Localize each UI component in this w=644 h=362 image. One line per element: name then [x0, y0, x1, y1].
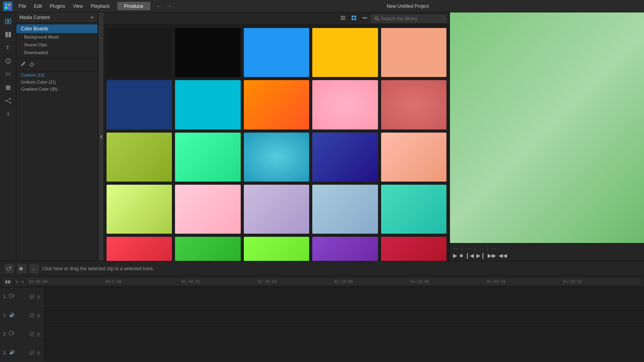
media-tree: Color Boards Background Music Sound Clip…	[16, 23, 98, 58]
menu-playback[interactable]: Playback	[88, 2, 113, 10]
media-icon[interactable]	[2, 16, 14, 27]
track-lock-0[interactable]	[36, 294, 41, 299]
track-lock-2[interactable]	[36, 331, 41, 337]
subcat-gradient[interactable]: Gradient Color (30)	[16, 86, 98, 93]
play-button[interactable]: ▶	[453, 252, 457, 259]
timeline-insert-btn[interactable]	[3, 277, 12, 287]
transitions-icon[interactable]	[2, 29, 14, 40]
color-tile-t21[interactable]	[107, 237, 172, 261]
track-number-3: 2.	[3, 350, 7, 355]
svg-rect-2	[5, 7, 7, 9]
menu-file[interactable]: File	[16, 2, 29, 10]
color-tile-t7[interactable]	[175, 80, 240, 129]
track-lock-3[interactable]	[36, 350, 41, 355]
svg-point-33	[362, 17, 364, 19]
fast-rewind-button[interactable]: ◀◀	[499, 252, 507, 259]
track-content-3[interactable]	[45, 343, 644, 362]
track-lock-1[interactable]	[36, 313, 41, 318]
playback-buttons: ▶ ■ ❙◀ ▶❙ ▶▶ ◀◀	[453, 252, 641, 259]
track-content-0[interactable]	[45, 287, 644, 306]
color-tile-t16[interactable]	[107, 185, 172, 234]
next-frame-button[interactable]: ▶❙	[476, 252, 485, 259]
produce-button[interactable]: Produce	[117, 2, 150, 10]
color-tile-t8[interactable]	[244, 80, 309, 129]
ruler-mark: 03:20:06	[334, 280, 410, 284]
menu-plugins[interactable]: Plugins	[47, 2, 68, 10]
track-checkbox-1[interactable]	[29, 313, 35, 318]
svg-rect-3	[8, 7, 10, 9]
svg-point-34	[364, 17, 366, 19]
track-label-0: 1.	[0, 287, 45, 306]
subcat-custom[interactable]: Custom (15)	[16, 72, 98, 79]
more-icon[interactable]	[2, 108, 14, 120]
track-content-1[interactable]	[45, 306, 644, 324]
color-tile-t20[interactable]	[381, 185, 446, 234]
color-tile-t5[interactable]	[381, 28, 446, 77]
category-icons	[16, 58, 98, 72]
timeline-fit-btn[interactable]: ◾◾	[14, 279, 26, 285]
search-box	[371, 15, 446, 23]
svg-rect-46	[37, 297, 40, 299]
brush-icon[interactable]	[19, 61, 26, 69]
redo-button[interactable]: →	[165, 2, 173, 10]
track-checkbox-3[interactable]	[29, 350, 35, 355]
audio-tool[interactable]: ♪	[30, 264, 39, 273]
collapse-panel-button[interactable]	[98, 12, 103, 261]
tree-item-background-music[interactable]: Background Music	[16, 33, 98, 41]
menu-view[interactable]: View	[70, 2, 86, 10]
track-content-2[interactable]	[45, 325, 644, 343]
color-tile-t6[interactable]	[107, 80, 172, 129]
search-input[interactable]	[381, 16, 443, 21]
svg-rect-53	[37, 334, 40, 336]
grid-view-button[interactable]	[349, 14, 359, 23]
color-tile-t4[interactable]	[312, 28, 378, 77]
subcat-uniform[interactable]: Uniform Color (21)	[16, 79, 98, 86]
project-title: New Untitled Project	[175, 3, 641, 9]
svg-point-20	[7, 112, 9, 113]
tree-item-downloaded[interactable]: Downloaded	[16, 49, 98, 56]
color-tile-t24[interactable]	[312, 237, 378, 261]
menu-edit[interactable]: Edit	[31, 2, 45, 10]
color-tile-t12[interactable]	[175, 133, 240, 182]
eraser-icon[interactable]	[28, 61, 35, 69]
undo-button[interactable]: ←	[155, 2, 163, 10]
color-tile-t25[interactable]	[381, 237, 446, 261]
color-tile-t1[interactable]	[107, 28, 172, 77]
color-tile-t17[interactable]	[175, 185, 240, 234]
color-tile-t14[interactable]	[312, 133, 378, 182]
color-tile-t19[interactable]	[312, 185, 378, 234]
insert-tool[interactable]	[5, 264, 14, 273]
color-tile-t2[interactable]	[175, 28, 240, 77]
track-row-3: 2.🔊	[0, 343, 644, 362]
color-tile-t13[interactable]	[244, 133, 309, 182]
share-icon[interactable]	[2, 95, 14, 107]
effects-icon[interactable]	[2, 55, 14, 67]
tree-item-color-boards[interactable]: Color Boards	[16, 24, 98, 33]
color-tile-t22[interactable]	[175, 237, 240, 261]
layers-icon[interactable]	[2, 82, 14, 93]
svg-marker-25	[100, 135, 102, 139]
color-tile-t10[interactable]	[381, 80, 446, 129]
fx-icon[interactable]: FX	[2, 68, 14, 80]
list-view-button[interactable]	[338, 14, 348, 23]
svg-rect-13	[6, 87, 10, 88]
prev-frame-button[interactable]: ❙◀	[465, 252, 474, 259]
fast-forward-button[interactable]: ▶▶	[488, 252, 496, 259]
color-tile-t23[interactable]	[244, 237, 309, 261]
track-type-icon-0	[9, 294, 14, 300]
color-grid	[103, 25, 450, 261]
color-tile-t15[interactable]	[381, 133, 446, 182]
stop-button[interactable]: ■	[460, 252, 463, 259]
track-row-0: 1.	[0, 287, 644, 306]
color-tile-t18[interactable]	[244, 185, 309, 234]
color-tile-t11[interactable]	[107, 133, 172, 182]
options-button[interactable]	[360, 14, 369, 23]
color-tile-t9[interactable]	[312, 80, 378, 129]
tree-item-sound-clips[interactable]: Sound Clips	[16, 41, 98, 49]
color-tile-t3[interactable]	[244, 28, 309, 77]
ruler-mark: 00:00:00	[29, 280, 105, 284]
track-checkbox-2[interactable]	[29, 331, 35, 337]
overwrite-tool[interactable]	[17, 264, 26, 273]
titles-icon[interactable]: T	[2, 42, 14, 54]
track-checkbox-0[interactable]	[29, 294, 35, 299]
